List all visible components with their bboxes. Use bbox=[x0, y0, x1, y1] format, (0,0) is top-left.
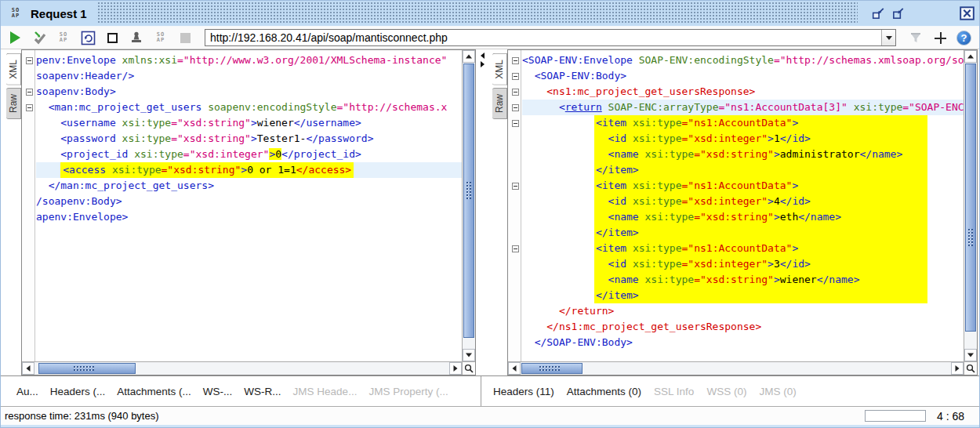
cancel-request-button[interactable] bbox=[104, 30, 120, 45]
code-line: <name xsi:type="xsd:string">wiener</name… bbox=[508, 272, 964, 288]
fold-toggle-icon[interactable] bbox=[512, 73, 519, 80]
scroll-up-button[interactable] bbox=[463, 50, 475, 63]
subtab-au[interactable]: Au... bbox=[16, 386, 38, 397]
editors-area: XML Raw penv:Envelope xmlns:xsi="http://… bbox=[1, 49, 979, 375]
gutter-cell bbox=[508, 303, 522, 319]
close-icon[interactable] bbox=[960, 6, 975, 20]
scroll-left-button[interactable] bbox=[508, 362, 521, 375]
scroll-left-button[interactable] bbox=[22, 362, 34, 375]
response-time-label: response time: 231ms (940 bytes) bbox=[5, 410, 865, 422]
titlebar-texture bbox=[98, 2, 858, 24]
collapse-right-icon[interactable] bbox=[481, 61, 485, 67]
soap-icon-alt: SOAP bbox=[157, 32, 165, 43]
collapse-left-icon[interactable] bbox=[481, 53, 485, 59]
editor-zoom-button[interactable] bbox=[462, 362, 475, 375]
fold-toggle-icon[interactable] bbox=[512, 57, 519, 64]
recreate-request-button[interactable] bbox=[80, 30, 96, 45]
response-vertical-scrollbar[interactable] bbox=[964, 50, 977, 361]
subtab-headers[interactable]: Headers (... bbox=[50, 386, 106, 397]
scroll-thumb[interactable] bbox=[521, 363, 583, 374]
scroll-thumb[interactable] bbox=[38, 363, 136, 374]
fold-toggle-icon[interactable] bbox=[26, 89, 33, 96]
float-window-icon[interactable] bbox=[872, 7, 885, 20]
response-editor-frame: <SOAP-ENV:Envelope SOAP-ENV:encodingStyl… bbox=[507, 49, 978, 375]
dump-file-button bbox=[908, 30, 924, 45]
bottom-tab-bars: Au...Headers (...Attachments (...WS-...W… bbox=[1, 375, 979, 406]
code-line: soapenv:Header/> bbox=[22, 68, 462, 84]
endpoint-url-input[interactable] bbox=[205, 30, 881, 45]
fold-toggle-icon[interactable] bbox=[26, 104, 33, 111]
scroll-thumb[interactable] bbox=[965, 63, 976, 332]
gutter-cell bbox=[508, 68, 522, 84]
code-line: <id xsi:type="xsd:integer">1</id> bbox=[508, 131, 964, 147]
subtab-attachments-0[interactable]: Attachments (0) bbox=[567, 386, 641, 397]
fold-toggle-icon[interactable] bbox=[26, 57, 33, 64]
response-xml-editor[interactable]: <SOAP-ENV:Envelope SOAP-ENV:encodingStyl… bbox=[508, 50, 964, 361]
response-subtabs: Headers (11)Attachments (0)SSL InfoWSS (… bbox=[481, 376, 979, 406]
response-horizontal-scrollbar[interactable] bbox=[508, 362, 964, 375]
unfloat-window-icon[interactable] bbox=[891, 7, 905, 20]
fold-toggle-icon[interactable] bbox=[512, 245, 519, 252]
panel-splitter[interactable] bbox=[476, 49, 488, 375]
soapui-request-window: SO AP Request 1 SOAP SOAP bbox=[0, 0, 980, 428]
request-subtabs: Au...Headers (...Attachments (...WS-...W… bbox=[1, 376, 481, 406]
question-icon: ? bbox=[961, 32, 967, 44]
subtab-attachments[interactable]: Attachments (... bbox=[117, 386, 191, 397]
soap-icon: SOAP bbox=[60, 32, 67, 43]
gutter-cell bbox=[508, 131, 522, 147]
gutter-cell bbox=[508, 288, 522, 303]
editor-zoom-button[interactable] bbox=[964, 362, 977, 375]
gutter-cell bbox=[22, 84, 36, 100]
gutter-cell bbox=[508, 53, 522, 68]
subtab-ws-r[interactable]: WS-R... bbox=[244, 386, 281, 397]
response-tab-xml[interactable]: XML bbox=[492, 53, 507, 85]
fold-toggle-icon[interactable] bbox=[512, 89, 519, 96]
request-vertical-scrollbar[interactable] bbox=[462, 50, 475, 361]
endpoint-combo bbox=[205, 29, 896, 46]
request-xml-editor[interactable]: penv:Envelope xmlns:xsi="http://www.w3.o… bbox=[22, 50, 462, 361]
soap-secondary-button[interactable]: SOAP bbox=[153, 30, 169, 45]
soap-action-button[interactable]: SOAP bbox=[56, 30, 71, 45]
response-tab-raw[interactable]: Raw bbox=[492, 88, 507, 119]
gutter-cell bbox=[22, 147, 36, 162]
subtab-jms-property: JMS Property (... bbox=[368, 386, 448, 397]
code-line: </item> bbox=[508, 162, 964, 178]
fold-toggle-icon[interactable] bbox=[512, 120, 519, 127]
fold-toggle-icon[interactable] bbox=[512, 183, 519, 190]
request-panel: XML Raw penv:Envelope xmlns:xsi="http://… bbox=[2, 49, 476, 375]
endpoint-dropdown-button[interactable] bbox=[881, 30, 895, 45]
check-arrow-icon bbox=[32, 31, 47, 45]
scroll-thumb[interactable] bbox=[463, 63, 474, 338]
help-button[interactable]: ? bbox=[956, 31, 971, 45]
submit-request-button[interactable] bbox=[7, 30, 23, 45]
gutter-cell bbox=[508, 335, 522, 350]
request-tab-raw[interactable]: Raw bbox=[6, 88, 21, 119]
scroll-up-button[interactable] bbox=[964, 50, 977, 63]
create-empty-request-button[interactable] bbox=[129, 30, 144, 45]
code-line: soapenv:Body> bbox=[22, 84, 462, 100]
code-line: <project_id xsi:type="xsd:integer">0</pr… bbox=[22, 147, 462, 162]
window-title: Request 1 bbox=[31, 7, 87, 20]
play-icon bbox=[10, 31, 20, 44]
code-line: <id xsi:type="xsd:integer">4</id> bbox=[508, 194, 964, 209]
funnel-icon bbox=[909, 31, 923, 44]
scroll-down-button[interactable] bbox=[463, 349, 475, 361]
subtab-headers-11[interactable]: Headers (11) bbox=[493, 386, 554, 397]
add-endpoint-button[interactable] bbox=[932, 30, 948, 45]
code-line: <SOAP-ENV:Body> bbox=[508, 68, 964, 84]
fold-toggle-icon[interactable] bbox=[512, 104, 519, 111]
code-line: <access xsi:type="xsd:string">0 or 1=1</… bbox=[22, 162, 462, 178]
code-line: <username xsi:type="xsd:string">wiener</… bbox=[22, 115, 462, 131]
scroll-right-button[interactable] bbox=[951, 362, 964, 375]
add-to-testcase-button[interactable] bbox=[31, 30, 47, 45]
progress-indicator bbox=[865, 410, 926, 422]
gutter-cell bbox=[508, 194, 522, 209]
magnifier-icon bbox=[464, 364, 474, 373]
scroll-down-button[interactable] bbox=[964, 349, 977, 361]
request-tab-xml[interactable]: XML bbox=[6, 53, 21, 85]
subtab-jms-heade: JMS Heade... bbox=[293, 386, 358, 397]
response-tabstrip: XML Raw bbox=[488, 49, 507, 375]
subtab-ws[interactable]: WS-... bbox=[203, 386, 233, 397]
request-horizontal-scrollbar[interactable] bbox=[22, 362, 462, 375]
scroll-right-button[interactable] bbox=[449, 362, 462, 375]
